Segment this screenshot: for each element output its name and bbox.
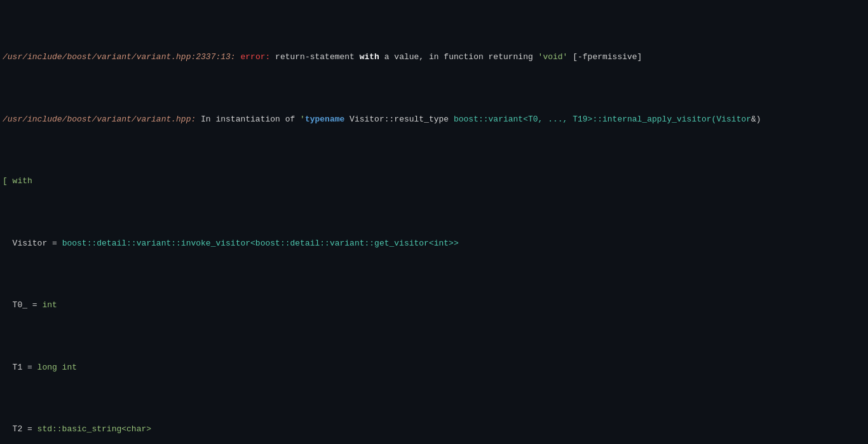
line-5: T0_ = int bbox=[0, 299, 868, 312]
line-4: Visitor = boost::detail::variant::invoke… bbox=[0, 237, 868, 250]
error-flag-1: [-fpermissive] bbox=[567, 52, 642, 62]
t1-label-6: T1 = bbox=[3, 363, 37, 372]
visitor-val-4: boost::detail::variant::invoke_visitor<b… bbox=[62, 239, 459, 248]
quote-open-2: ' bbox=[300, 114, 305, 124]
t0-label-5: T0_ = bbox=[3, 300, 42, 310]
bracket-with-3: [ with bbox=[3, 176, 32, 186]
t2-label-7: T2 = bbox=[3, 424, 37, 434]
in-inst-2: In instantiation of bbox=[196, 114, 300, 124]
t1-val-6: long int bbox=[37, 363, 77, 372]
error-with-1: with bbox=[360, 52, 379, 62]
amp-2: &) bbox=[751, 114, 761, 124]
error-msg-1b: a value, in function returning bbox=[379, 52, 538, 62]
error-label-1: error: bbox=[236, 52, 271, 62]
t2-val-7: std::basic_string<char> bbox=[37, 424, 151, 434]
file-path-1: /usr/include/boost/variant/variant.hpp:2… bbox=[3, 52, 236, 62]
line-7: T2 = std::basic_string<char> bbox=[0, 423, 868, 436]
error-void-1: 'void' bbox=[538, 52, 568, 62]
line-2: /usr/include/boost/variant/variant.hpp: … bbox=[0, 113, 868, 126]
terminal-output: /usr/include/boost/variant/variant.hpp:2… bbox=[0, 0, 868, 444]
error-msg-1: return-statement bbox=[270, 52, 359, 62]
typename-kw-2: typename bbox=[305, 114, 344, 124]
t0-val-5: int bbox=[42, 300, 57, 310]
file-path-2: /usr/include/boost/variant/variant.hpp: bbox=[3, 114, 196, 124]
inst-text-2: Visitor::result_type bbox=[344, 114, 454, 124]
line-3: [ with bbox=[0, 175, 868, 188]
boost-type-2: boost::variant<T0, ..., T19>::internal_a… bbox=[454, 114, 751, 124]
line-1: /usr/include/boost/variant/variant.hpp:2… bbox=[0, 51, 868, 64]
line-6: T1 = long int bbox=[0, 361, 868, 374]
indent-4: Visitor = bbox=[3, 239, 62, 248]
